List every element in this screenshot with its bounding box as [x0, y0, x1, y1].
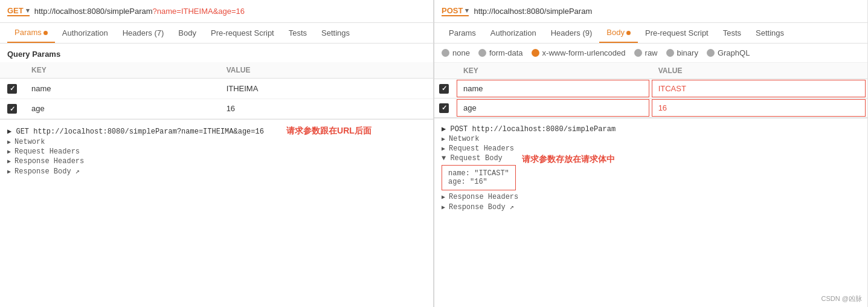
left-console-main: ▶ GET http://localhost:8080/simpleParam?…	[7, 126, 426, 137]
right-body-type-group: none form-data x-www-form-urlencoded raw…	[434, 44, 867, 63]
right-body-raw[interactable]: raw	[634, 48, 658, 57]
right-tab-prerequest[interactable]: Pre-request Script	[638, 24, 716, 42]
right-tab-headers[interactable]: Headers (9)	[544, 24, 600, 42]
right-radio-urlencoded-icon	[532, 49, 539, 57]
table-row: age 16	[0, 99, 433, 119]
left-params-table: KEY VALUE name ITHEIMA age 16	[0, 62, 433, 119]
table-row: age 16	[434, 99, 867, 118]
right-req-body-content: name: "ITCAST" age: "16"	[442, 165, 516, 190]
right-console: ▶ POST http://localhost:8080/simpleParam…	[434, 118, 867, 218]
right-console-req-body-section: ▼ Request Body name: "ITCAST" age: "16" …	[442, 154, 860, 192]
left-row1-checkbox[interactable]	[7, 84, 17, 94]
left-console-req-headers[interactable]: Request Headers	[7, 147, 426, 156]
left-url-base: http://localhost:8080/simpleParam	[34, 7, 153, 16]
left-tab-headers[interactable]: Headers (7)	[115, 24, 172, 42]
right-url-bar: POST ▾	[434, 0, 867, 23]
right-console-network[interactable]: Network	[442, 135, 860, 143]
right-annotation: 请求参数存放在请求体中	[522, 154, 615, 165]
right-tab-params[interactable]: Params	[442, 24, 483, 42]
right-req-body-line1: name: "ITCAST"	[448, 169, 509, 178]
left-tab-body[interactable]: Body	[171, 24, 204, 42]
table-row: name ITHEIMA	[0, 79, 433, 99]
right-body-none[interactable]: none	[442, 48, 470, 57]
left-tab-prerequest[interactable]: Pre-request Script	[204, 24, 281, 42]
left-annotation: 请求参数跟在URL后面	[286, 126, 371, 135]
left-tabs: Params Authorization Headers (7) Body Pr…	[0, 23, 433, 44]
right-body-table: KEY VALUE name ITCAST	[434, 63, 867, 118]
left-row2-key: age	[24, 99, 219, 119]
right-tab-authorization[interactable]: Authorization	[483, 24, 544, 42]
left-row1-value: ITHEIMA	[219, 79, 433, 99]
right-url-input[interactable]	[474, 7, 860, 16]
left-method-dropdown-icon[interactable]: ▾	[26, 7, 30, 15]
right-req-body-triangle: ▼	[442, 154, 450, 163]
right-panel-body: none form-data x-www-form-urlencoded raw…	[434, 44, 867, 307]
right-console-req-headers[interactable]: Request Headers	[442, 144, 860, 153]
watermark: CSDN @凶脉	[821, 294, 862, 303]
left-url-bar: GET ▾ http://localhost:8080/simpleParam?…	[0, 0, 433, 23]
left-tab-params[interactable]: Params	[7, 23, 55, 43]
right-tab-settings[interactable]: Settings	[748, 24, 791, 42]
left-th-value: VALUE	[219, 62, 433, 79]
left-section-title: Query Params	[0, 44, 433, 62]
right-tab-tests[interactable]: Tests	[716, 24, 748, 42]
left-tab-settings[interactable]: Settings	[314, 24, 357, 42]
right-body-graphql[interactable]: GraphQL	[707, 48, 750, 57]
right-row1-checkbox[interactable]	[439, 84, 449, 94]
right-row2-key: age	[457, 99, 649, 117]
right-method-label: POST	[442, 6, 463, 15]
left-tab-authorization[interactable]: Authorization	[55, 24, 115, 42]
right-method-dropdown-icon[interactable]: ▾	[465, 7, 469, 15]
right-row1-key: name	[457, 80, 649, 97]
right-req-body-line2: age: "16"	[448, 178, 509, 186]
right-th-key: KEY	[456, 63, 651, 79]
left-method-label: GET	[7, 6, 24, 15]
right-console-req-body-box: ▼ Request Body name: "ITCAST" age: "16"	[442, 154, 516, 192]
left-tab-tests[interactable]: Tests	[281, 24, 314, 42]
left-panel: GET ▾ http://localhost:8080/simpleParam?…	[0, 0, 434, 307]
right-console-res-body[interactable]: Response Body ↗	[442, 202, 860, 212]
left-method-select[interactable]: GET ▾	[7, 6, 30, 16]
left-panel-body: Query Params KEY VALUE name ITHEIMA	[0, 44, 433, 307]
right-radio-raw-icon	[634, 49, 642, 57]
right-body-urlencoded[interactable]: x-www-form-urlencoded	[532, 48, 626, 57]
right-row2-checkbox[interactable]	[439, 103, 449, 113]
table-row: name ITCAST	[434, 79, 867, 99]
right-radio-none-icon	[442, 49, 449, 57]
right-tabs: Params Authorization Headers (9) Body Pr…	[434, 23, 867, 44]
right-row2-value: 16	[652, 99, 866, 117]
left-url-params: ?name=ITHEIMA&age=16	[153, 7, 245, 16]
right-radio-formdata-icon	[478, 49, 486, 57]
right-console-res-headers[interactable]: Response Headers	[442, 193, 860, 201]
left-th-check	[0, 62, 24, 79]
right-radio-graphql-icon	[707, 49, 715, 57]
right-body-binary[interactable]: binary	[666, 48, 698, 57]
right-console-main: ▶ POST http://localhost:8080/simpleParam	[442, 124, 860, 134]
right-method-select[interactable]: POST ▾	[442, 6, 469, 16]
right-th-check	[434, 63, 456, 79]
left-url-display: http://localhost:8080/simpleParam?name=I…	[34, 7, 245, 16]
left-console-arrow: ▶	[7, 128, 16, 136]
left-row2-checkbox[interactable]	[7, 104, 17, 114]
left-tab-params-dot	[43, 31, 48, 35]
left-row1-key: name	[24, 79, 219, 99]
right-tab-body[interactable]: Body	[599, 23, 638, 43]
left-console-res-headers[interactable]: Response Headers	[7, 157, 426, 166]
left-th-key: KEY	[24, 62, 219, 79]
left-row2-value: 16	[219, 99, 433, 119]
right-console-arrow: ▶	[442, 125, 450, 134]
right-body-formdata[interactable]: form-data	[478, 48, 523, 57]
right-th-value: VALUE	[651, 63, 867, 79]
left-console: ▶ GET http://localhost:8080/simpleParam?…	[0, 119, 433, 182]
right-row1-value: ITCAST	[652, 80, 866, 97]
right-panel: POST ▾ Params Authorization Headers (9) …	[434, 0, 868, 307]
left-console-network[interactable]: Network	[7, 138, 426, 146]
right-radio-binary-icon	[666, 49, 674, 57]
left-console-res-body[interactable]: Response Body ↗	[7, 167, 426, 176]
right-tab-body-dot	[626, 31, 631, 35]
